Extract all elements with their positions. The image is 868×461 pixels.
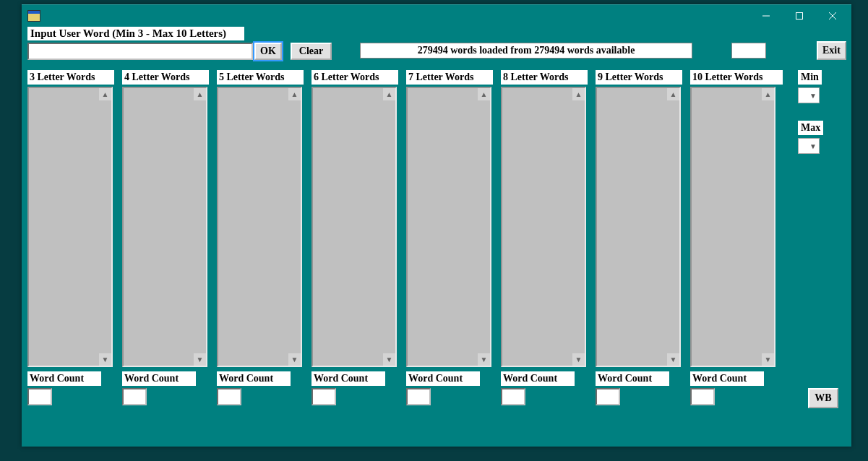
- user-word-input[interactable]: [27, 43, 253, 60]
- col-6-scrollbar[interactable]: ▲▼: [383, 88, 395, 366]
- col-5-header: 5 Letter Words: [217, 70, 304, 85]
- col-4-header: 4 Letter Words: [122, 70, 209, 85]
- min-label: Min: [798, 70, 822, 85]
- col-3-wc-label: Word Count: [27, 371, 101, 386]
- scroll-down-icon[interactable]: ▼: [99, 353, 111, 366]
- col-6-count: [311, 388, 336, 405]
- scroll-up-icon[interactable]: ▲: [478, 88, 490, 100]
- window-controls: [750, 6, 848, 26]
- scroll-down-icon[interactable]: ▼: [194, 353, 206, 366]
- clear-button[interactable]: Clear: [291, 43, 332, 60]
- scroll-up-icon[interactable]: ▲: [288, 88, 301, 100]
- col-9-count: [596, 388, 620, 405]
- col-5-scrollbar[interactable]: ▲▼: [288, 88, 301, 366]
- col-8: 8 Letter Words ▲▼ Word Count: [501, 70, 593, 405]
- col-3-scrollbar[interactable]: ▲ ▼: [99, 88, 111, 366]
- col-9-header: 9 Letter Words: [596, 70, 682, 85]
- scroll-down-icon[interactable]: ▼: [288, 353, 301, 366]
- app-window: Input User Word (Min 3 - Max 10 Letters)…: [22, 4, 851, 447]
- col-5: 5 Letter Words ▲▼ Word Count: [217, 70, 309, 405]
- minimize-icon: [762, 12, 770, 20]
- titlebar[interactable]: [22, 5, 851, 27]
- scroll-down-icon[interactable]: ▼: [762, 353, 774, 366]
- scroll-up-icon[interactable]: ▲: [762, 88, 774, 100]
- col-7-list[interactable]: ▲▼: [406, 87, 491, 367]
- col-4-wc-label: Word Count: [122, 371, 196, 386]
- app-icon: [27, 10, 40, 22]
- max-select[interactable]: ▼: [798, 138, 820, 154]
- aux-box: [731, 43, 766, 59]
- input-prompt-label: Input User Word (Min 3 - Max 10 Letters): [27, 27, 244, 40]
- col-8-list[interactable]: ▲▼: [501, 87, 586, 367]
- col-3-count: [27, 388, 52, 405]
- col-5-count: [217, 388, 241, 405]
- col-10-list[interactable]: ▲▼: [690, 87, 775, 367]
- col-7-scrollbar[interactable]: ▲▼: [478, 88, 490, 366]
- scroll-down-icon[interactable]: ▼: [478, 353, 490, 366]
- scroll-up-icon[interactable]: ▲: [99, 88, 111, 100]
- exit-button[interactable]: Exit: [817, 41, 846, 60]
- col-7-count: [406, 388, 431, 405]
- col-10-wc-label: Word Count: [690, 371, 764, 386]
- col-5-wc-label: Word Count: [217, 371, 291, 386]
- scroll-up-icon[interactable]: ▲: [667, 88, 679, 100]
- max-label: Max: [798, 121, 823, 135]
- col-7: 7 Letter Words ▲▼ Word Count: [406, 70, 499, 405]
- columns-area: 3 Letter Words ▲ ▼ Word Count 4 Letter W…: [27, 70, 846, 417]
- scroll-track[interactable]: [572, 100, 585, 353]
- client-area: Input User Word (Min 3 - Max 10 Letters)…: [22, 27, 851, 447]
- col-3-header: 3 Letter Words: [27, 70, 114, 85]
- col-8-header: 8 Letter Words: [501, 70, 588, 85]
- scroll-down-icon[interactable]: ▼: [572, 353, 585, 366]
- scroll-down-icon[interactable]: ▼: [667, 353, 679, 366]
- col-6: 6 Letter Words ▲▼ Word Count: [311, 70, 404, 405]
- col-10-header: 10 Letter Words: [690, 70, 783, 85]
- col-10-scrollbar[interactable]: ▲▼: [762, 88, 774, 366]
- col-8-count: [501, 388, 525, 405]
- minimize-button[interactable]: [750, 6, 782, 26]
- close-icon: [829, 12, 836, 20]
- scroll-up-icon[interactable]: ▲: [383, 88, 395, 100]
- scroll-track[interactable]: [99, 100, 111, 353]
- scroll-track[interactable]: [762, 100, 774, 353]
- col-3-list[interactable]: ▲ ▼: [27, 87, 113, 367]
- scroll-track[interactable]: [383, 100, 395, 353]
- col-10: 10 Letter Words ▲▼ Word Count: [690, 70, 783, 405]
- scroll-down-icon[interactable]: ▼: [383, 353, 395, 366]
- maximize-button[interactable]: [783, 6, 815, 26]
- chevron-down-icon: ▼: [809, 143, 817, 150]
- status-text: 279494 words loaded from 279494 words av…: [360, 43, 692, 59]
- col-4-list[interactable]: ▲▼: [122, 87, 207, 367]
- col-6-list[interactable]: ▲▼: [311, 87, 397, 367]
- col-4-count: [122, 388, 147, 405]
- col-9: 9 Letter Words ▲▼ Word Count: [596, 70, 688, 405]
- ok-button[interactable]: OK: [254, 43, 282, 60]
- col-9-wc-label: Word Count: [596, 371, 669, 386]
- close-button[interactable]: [817, 6, 848, 26]
- scroll-track[interactable]: [478, 100, 490, 353]
- svg-rect-1: [796, 13, 803, 20]
- col-10-count: [690, 388, 715, 405]
- chevron-down-icon: ▼: [809, 92, 817, 100]
- scroll-track[interactable]: [667, 100, 679, 353]
- col-5-list[interactable]: ▲▼: [217, 87, 302, 367]
- col-4: 4 Letter Words ▲▼ Word Count: [122, 70, 215, 405]
- col-8-scrollbar[interactable]: ▲▼: [572, 88, 585, 366]
- col-7-wc-label: Word Count: [406, 371, 480, 386]
- col-6-wc-label: Word Count: [311, 371, 385, 386]
- scroll-track[interactable]: [288, 100, 301, 353]
- scroll-up-icon[interactable]: ▲: [572, 88, 585, 100]
- col-9-scrollbar[interactable]: ▲▼: [667, 88, 679, 366]
- col-4-scrollbar[interactable]: ▲▼: [194, 88, 206, 366]
- wb-button[interactable]: WB: [808, 388, 838, 408]
- min-select[interactable]: ▼: [798, 87, 820, 103]
- maximize-icon: [796, 12, 803, 20]
- scroll-up-icon[interactable]: ▲: [194, 88, 206, 100]
- col-6-header: 6 Letter Words: [311, 70, 398, 85]
- scroll-track[interactable]: [194, 100, 206, 353]
- col-7-header: 7 Letter Words: [406, 70, 493, 85]
- col-8-wc-label: Word Count: [501, 371, 575, 386]
- col-9-list[interactable]: ▲▼: [596, 87, 681, 367]
- col-3: 3 Letter Words ▲ ▼ Word Count: [27, 70, 120, 405]
